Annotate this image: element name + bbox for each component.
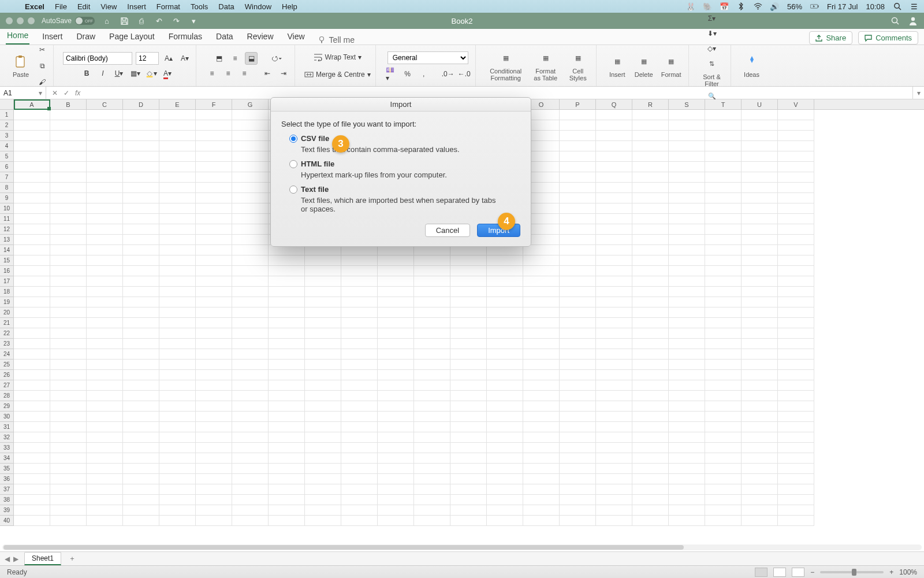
import-dialog: Import Select the type of file you want … — [270, 97, 531, 247]
radio-text[interactable] — [289, 186, 297, 194]
radio-html[interactable] — [289, 160, 297, 168]
radio-html-desc: Hypertext mark-up files from your comput… — [301, 171, 520, 179]
annotation-4: 4 — [498, 213, 515, 230]
radio-text-desc: Text files, which are imported best when… — [301, 196, 500, 213]
radio-csv[interactable] — [289, 135, 297, 143]
modal-overlay: Import Select the type of file you want … — [0, 0, 924, 578]
radio-html-label[interactable]: HTML file — [301, 160, 334, 168]
dialog-prompt: Select the type of file you want to impo… — [281, 120, 520, 128]
annotation-3: 3 — [332, 135, 349, 153]
radio-text-label[interactable]: Text file — [301, 185, 329, 194]
dialog-title: Import — [271, 98, 531, 112]
dialog-cancel-button[interactable]: Cancel — [425, 224, 470, 237]
radio-csv-label[interactable]: CSV file — [301, 134, 329, 143]
